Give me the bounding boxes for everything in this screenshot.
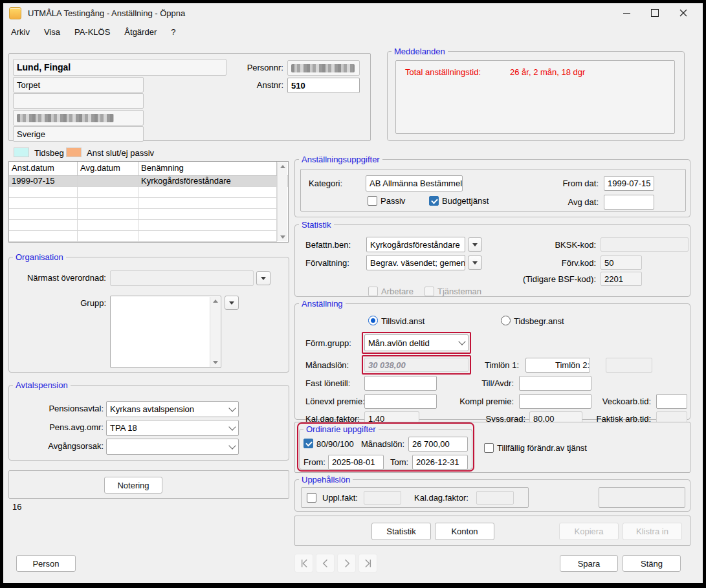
close-icon[interactable] — [669, 3, 698, 23]
avgangsorsak-combobox[interactable] — [106, 439, 239, 455]
ordinarie-from-value: 2025-08-01 — [332, 457, 375, 467]
grupp-scrollbar[interactable] — [210, 297, 220, 367]
fast-lonetill-field[interactable] — [364, 376, 437, 391]
nav-previous-button[interactable] — [316, 554, 335, 572]
scroll-up-icon[interactable] — [280, 165, 285, 168]
lonevxl-premie-field[interactable] — [364, 394, 437, 409]
organisation-title: Organisation — [13, 252, 66, 262]
veckoarb-tid-field[interactable] — [656, 394, 687, 409]
scroll-up-icon[interactable] — [213, 299, 218, 303]
ordinarie-tom-field[interactable]: 2026-12-31 — [412, 455, 468, 470]
statistik-button[interactable]: Statistik — [371, 523, 431, 540]
veckoarb-tid-label: Veckoarb.tid: — [586, 397, 651, 406]
menu-arkiv[interactable]: Arkiv — [11, 27, 30, 37]
menu-visa[interactable]: Visa — [44, 27, 60, 37]
meddelanden-group: Meddelanden Total anställningstid: 26 år… — [387, 47, 685, 141]
ordinarie-manadslon-field[interactable]: 26 700,00 — [408, 437, 468, 452]
uppehallslon-checkbox[interactable] — [307, 493, 316, 503]
header-anst-datum[interactable]: Anst.datum — [9, 162, 78, 175]
tidsbegr-anst-radio[interactable] — [501, 316, 511, 325]
befattn-ben-dropdown-button[interactable] — [468, 237, 482, 252]
kategori-combobox[interactable]: AB Allmänna Bestämmelser — [366, 175, 463, 191]
narmast-overordnad-field[interactable] — [110, 270, 254, 286]
form-grupp-value: Mån.avlön deltid — [368, 338, 430, 348]
tillsvid-anst-label: Tillsvid.anst — [381, 316, 425, 326]
kopiera-button: Kopiera — [559, 523, 619, 540]
maximize-icon[interactable] — [641, 3, 669, 23]
tillsvid-anst-radio[interactable] — [368, 316, 378, 325]
tillfallig-forandr-label: Tillfällig förändr.av tjänst — [497, 443, 587, 453]
table-row-selected[interactable]: 1999-07-15 Kyrkogårdsföreståndare — [9, 176, 288, 187]
meddelanden-list: Total anställningstid: 26 år, 2 mån, 18 … — [395, 60, 675, 134]
window-controls — [612, 3, 698, 23]
budgettjanst-checkbox[interactable] — [429, 196, 439, 206]
tillfallig-forandr-checkbox[interactable] — [484, 443, 494, 453]
kompl-premie-field[interactable] — [519, 394, 591, 409]
till-avdr-label: Till/Avdr: — [457, 378, 514, 388]
pens-avg-omr-combobox[interactable]: TPA 18 — [106, 420, 239, 436]
avg-dat-field[interactable] — [604, 195, 654, 210]
minimize-icon[interactable] — [612, 3, 641, 23]
table-row[interactable] — [9, 198, 288, 209]
tidigare-bsf-kod-field[interactable]: 2201 — [601, 272, 642, 286]
dropdown-arrow-icon — [261, 277, 266, 280]
passiv-checkbox[interactable] — [368, 196, 377, 206]
nav-last-button[interactable] — [359, 554, 377, 572]
ordinarie-tom-label: Tom: — [390, 457, 408, 467]
application-window: UTMÅLA Testingång - Anställning - Öppna … — [3, 3, 703, 583]
konton-button[interactable]: Konton — [435, 523, 494, 540]
total-anstallningstid-label: Total anställningstid: — [405, 67, 481, 77]
header-benamning[interactable]: Benämning — [138, 162, 277, 175]
dropdown-arrow-icon — [472, 261, 478, 265]
notering-button[interactable]: Notering — [104, 477, 162, 494]
anstnr-field[interactable]: 510 — [287, 78, 360, 93]
grupp-listbox[interactable] — [110, 296, 221, 368]
scroll-down-icon[interactable] — [213, 361, 218, 364]
nav-next-button[interactable] — [337, 554, 356, 572]
nav-first-icon — [298, 557, 311, 570]
till-avdr-field[interactable] — [519, 376, 591, 391]
befattn-ben-field[interactable]: Kyrkogårdsföreståndare — [366, 237, 465, 252]
personnr-label: Personnr: — [237, 63, 283, 72]
uppl-fakt-label: Uppl.fakt: — [322, 493, 358, 503]
bksk-kod-label: BKSK-kod: — [518, 240, 596, 250]
forvaltning-dropdown-button[interactable] — [468, 256, 482, 270]
spara-button[interactable]: Spara — [560, 555, 618, 572]
avgangsorsak-label: Avgångsorsak: — [19, 441, 104, 451]
menu-atgarder[interactable]: Åtgärder — [124, 27, 157, 37]
dropdown-arrow-icon — [229, 301, 234, 305]
scroll-down-icon[interactable] — [280, 235, 285, 239]
narmast-overordnad-dropdown-button[interactable] — [256, 271, 270, 285]
ordinarie-from-field[interactable]: 2025-08-01 — [328, 455, 384, 470]
header-avg-datum[interactable]: Avg.datum — [78, 162, 138, 175]
table-scrollbar[interactable] — [277, 162, 287, 241]
meddelanden-title: Meddelanden — [392, 47, 448, 56]
person-button[interactable]: Person — [16, 555, 76, 572]
forvaltning-label: Förvaltning: — [305, 258, 349, 268]
80-90-100-checkbox[interactable] — [303, 439, 313, 448]
menu-help[interactable]: ? — [171, 27, 175, 37]
anstnr-label: Anstnr: — [237, 80, 283, 90]
from-dat-field[interactable]: 1999-07-15 — [604, 176, 654, 191]
nav-first-button[interactable] — [294, 554, 313, 572]
befattn-ben-label: Befattn.ben: — [305, 240, 351, 250]
budgettjanst-label: Budgettjänst — [442, 196, 489, 206]
arbetare-label: Arbetare — [381, 287, 414, 296]
stang-button[interactable]: Stäng — [623, 555, 681, 572]
employments-table[interactable]: Anst.datum Avg.datum Benämning 1999-07-1… — [8, 161, 289, 243]
bksk-kod-field — [601, 237, 689, 252]
table-row[interactable] — [9, 187, 288, 198]
lonevxl-premie-label: Lönevxl premie: — [305, 397, 365, 406]
form-grupp-combobox[interactable]: Mån.avlön deltid — [364, 334, 469, 351]
forv-kod-field[interactable]: 50 — [601, 256, 642, 270]
screen: UTMÅLA Testingång - Anställning - Öppna … — [0, 0, 706, 588]
forvaltning-field[interactable]: Begrav. väsendet; gemensa — [366, 255, 465, 270]
table-row[interactable] — [9, 209, 288, 220]
pensionsavtal-label: Pensionsavtal: — [19, 404, 104, 413]
pensionsavtal-combobox[interactable]: Kyrkans avtalspension — [106, 401, 239, 417]
menu-pa-klos[interactable]: PA-KLÖS — [74, 27, 110, 37]
forvaltning-value: Begrav. väsendet; gemensa — [370, 258, 465, 268]
grupp-dropdown-button[interactable] — [225, 296, 239, 310]
table-row[interactable] — [9, 220, 288, 231]
table-row[interactable] — [9, 231, 288, 242]
